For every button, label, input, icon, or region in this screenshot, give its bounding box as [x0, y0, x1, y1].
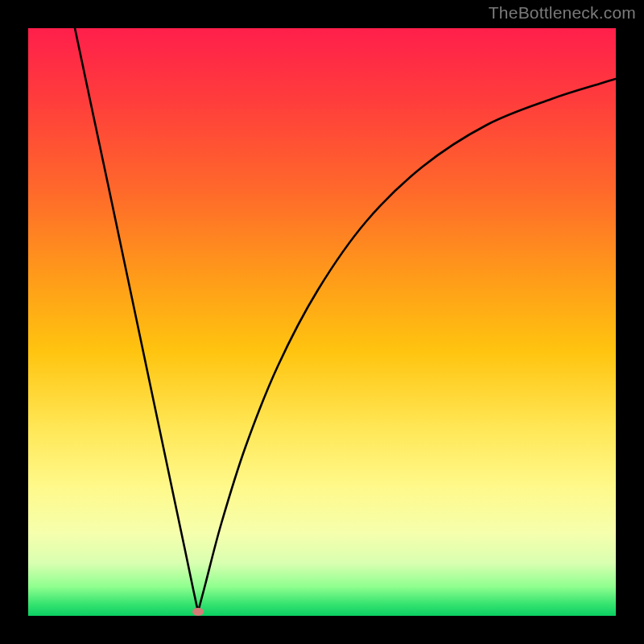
- curve-svg: [28, 28, 616, 616]
- watermark: TheBottleneck.com: [489, 3, 636, 23]
- chart-frame: TheBottleneck.com: [0, 0, 644, 644]
- curve-left-branch: [75, 28, 198, 612]
- curve-right-branch: [198, 79, 616, 612]
- minimum-marker: [192, 608, 204, 616]
- plot-area: [28, 28, 616, 616]
